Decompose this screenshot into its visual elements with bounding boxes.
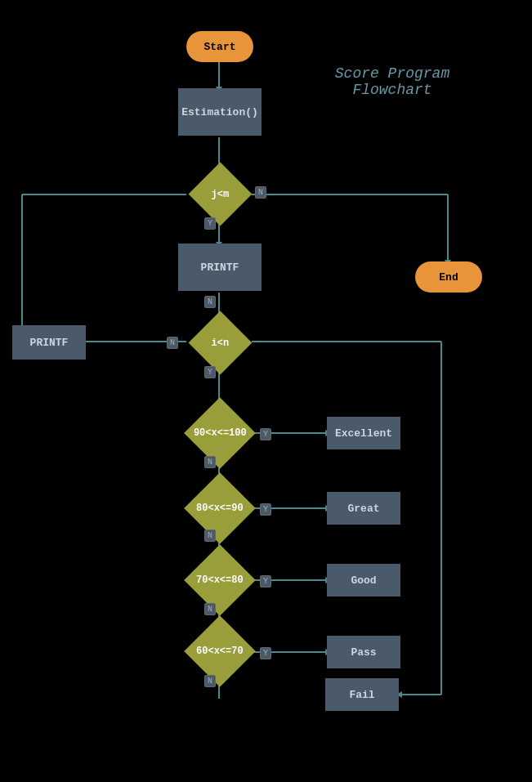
- jltm-y-label: Y: [204, 217, 216, 230]
- cond4-y-label: Y: [260, 647, 271, 659]
- printf1-n-label: N: [204, 296, 216, 308]
- cond1-diamond: 90<x<=100: [178, 407, 262, 459]
- fail-node: Fail: [325, 678, 399, 711]
- iltn-y-label: Y: [204, 366, 216, 378]
- good-node: Good: [327, 564, 400, 597]
- printf1-node: PRINTF: [178, 244, 262, 291]
- printf2-node: PRINTF: [12, 325, 86, 360]
- excellent-node: Excellent: [327, 417, 400, 449]
- cond4-diamond: 60<x<=70: [178, 625, 262, 677]
- cond4-n-label: N: [204, 675, 216, 687]
- cond3-y-label: Y: [260, 575, 271, 588]
- cond1-n-label: N: [204, 456, 216, 468]
- pass-node: Pass: [327, 636, 400, 668]
- jltm-n-label: N: [255, 186, 266, 199]
- jltm-diamond: j<m: [186, 170, 253, 217]
- cond2-diamond: 80<x<=90: [178, 482, 262, 534]
- cond1-y-label: Y: [260, 428, 271, 440]
- cond2-y-label: Y: [260, 503, 271, 516]
- cond3-diamond: 70<x<=80: [178, 554, 262, 606]
- start-node: Start: [186, 31, 253, 62]
- iltn-diamond: i<n: [186, 319, 253, 366]
- flowchart: Score Program Flowchart: [0, 0, 532, 782]
- estimation-node: Estimation(): [178, 88, 262, 136]
- iltn-n-label: N: [167, 337, 178, 349]
- cond2-n-label: N: [204, 530, 216, 542]
- chart-title: Score Program Flowchart: [302, 65, 482, 98]
- end-node: End: [415, 261, 482, 293]
- cond3-n-label: N: [204, 603, 216, 615]
- great-node: Great: [327, 492, 400, 525]
